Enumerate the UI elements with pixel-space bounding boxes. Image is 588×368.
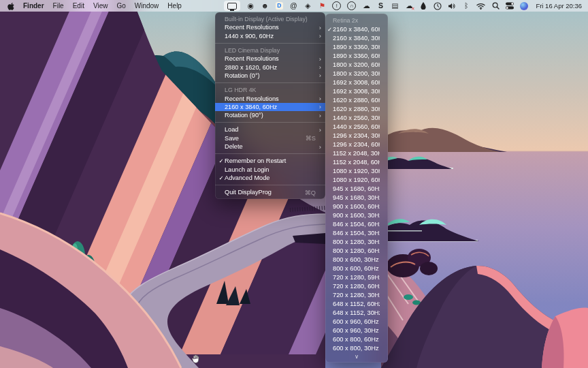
resolution-row[interactable]: 1296 x 2304, 30Hz xyxy=(325,131,388,140)
resolution-row[interactable]: 1080 x 1920, 60Hz xyxy=(325,175,388,184)
menu-row[interactable]: Delete › xyxy=(215,142,325,151)
cloud-offline-icon[interactable]: ☁✕ xyxy=(405,1,413,10)
menu-row[interactable]: Quit DisplayProg ⌘Q xyxy=(215,188,325,196)
apple-logo-icon xyxy=(7,2,14,10)
scroll-down-indicator[interactable]: ∨ xyxy=(325,352,388,361)
menu-bar-left: Finder FileEditViewGoWindowHelp xyxy=(0,2,191,10)
displayprog-menu: Built-in Display (Active Display) Recent… xyxy=(215,12,325,199)
menu-row[interactable]: ✓ Remember on Restart xyxy=(215,157,325,165)
s-letter-icon[interactable]: S xyxy=(376,1,385,10)
resolution-row[interactable]: 1800 x 3200, 30Hz xyxy=(325,69,388,78)
menu-row[interactable]: Recent Resolutions › xyxy=(215,23,325,31)
clock-icon[interactable] xyxy=(434,1,442,10)
resolution-row[interactable]: ✓ 2160 x 3840, 60Hz xyxy=(325,25,388,33)
resolution-row[interactable]: 846 x 1504, 60Hz xyxy=(325,219,388,228)
resolution-row[interactable]: 600 x 800, 60Hz xyxy=(325,335,388,343)
resolution-label: 720 x 1280, 60Hz xyxy=(333,283,380,290)
resolution-row[interactable]: 900 x 1600, 60Hz xyxy=(325,202,388,211)
resolution-row[interactable]: 1440 x 2560, 30Hz xyxy=(325,113,388,122)
menu-item-label: Recent Resolutions xyxy=(225,24,310,31)
shortcut-label: ⌘Q xyxy=(305,189,316,196)
menu-row[interactable]: Recent Resolutions › xyxy=(215,94,325,102)
submenu-arrow-icon: › xyxy=(316,126,321,134)
resolution-row[interactable]: 720 x 1280, 60Hz xyxy=(325,281,388,290)
volume-icon[interactable] xyxy=(448,1,456,10)
resolution-row[interactable]: 600 x 960, 30Hz xyxy=(325,326,388,335)
control-center-icon[interactable] xyxy=(506,1,514,10)
resolution-row[interactable]: 648 x 1152, 60Hz xyxy=(325,299,388,308)
resolution-row[interactable]: 1152 x 2048, 30Hz xyxy=(325,149,388,157)
resolution-label: 1890 x 3360, 30Hz xyxy=(333,44,380,50)
alert-circle-icon[interactable]: ! xyxy=(332,1,341,10)
siri-icon[interactable] xyxy=(520,1,528,10)
menubar-menu[interactable]: Edit xyxy=(73,2,84,10)
search-icon[interactable] xyxy=(491,1,500,10)
resolution-label: 720 x 1280, 30Hz xyxy=(333,292,380,298)
menu-row[interactable]: ✓ Advanced Mode xyxy=(215,174,325,182)
menubar-menu[interactable]: View xyxy=(93,2,108,10)
resolution-row[interactable]: 1440 x 2560, 60Hz xyxy=(325,122,388,131)
d-letter-app-icon[interactable]: D xyxy=(275,1,283,10)
resolution-row[interactable]: 2160 x 3840, 30Hz xyxy=(325,33,388,42)
resolution-row[interactable]: 720 x 1280, 30Hz xyxy=(325,290,388,299)
resolution-row[interactable]: 800 x 600, 60Hz xyxy=(325,264,388,273)
menubar-menu[interactable]: Go xyxy=(116,2,125,10)
resolution-row[interactable]: 900 x 1600, 30Hz xyxy=(325,211,388,219)
menu-row[interactable]: Launch at Login xyxy=(215,165,325,173)
resolution-row[interactable]: 846 x 1504, 30Hz xyxy=(325,228,388,237)
resolution-row[interactable]: 1890 x 3360, 30Hz xyxy=(325,42,388,51)
menubar-menu[interactable]: Help xyxy=(167,2,182,10)
menu-row[interactable]: 2160 x 3840, 60Hz › xyxy=(215,103,325,111)
submenu-arrow-icon: › xyxy=(316,24,321,31)
menu-row[interactable]: Load › xyxy=(215,125,325,134)
resolution-row[interactable]: 720 x 1280, 59Hz xyxy=(325,273,388,281)
resolution-label: 1296 x 2304, 60Hz xyxy=(333,141,380,148)
resolution-row[interactable]: 648 x 1152, 30Hz xyxy=(325,308,388,317)
resolution-row[interactable]: 1890 x 3360, 60Hz xyxy=(325,51,388,60)
resolution-row[interactable]: 1692 x 3008, 60Hz xyxy=(325,78,388,87)
bluetooth-icon[interactable]: ᛒ xyxy=(462,1,470,10)
menu-row[interactable]: 1440 x 900, 60Hz › xyxy=(215,32,325,40)
resolution-row[interactable]: 800 x 600, 30Hz xyxy=(325,255,388,264)
menu-row[interactable]: Rotation (90°) › xyxy=(215,111,325,119)
at-circle-icon[interactable]: @ xyxy=(289,1,297,10)
printer-icon[interactable]: ▤ xyxy=(391,1,399,10)
resolution-row[interactable]: 800 x 1280, 60Hz xyxy=(325,246,388,255)
resolution-row[interactable]: 800 x 1280, 30Hz xyxy=(325,237,388,246)
menu-row[interactable]: 2880 x 1620, 60Hz › xyxy=(215,63,325,71)
active-app-name[interactable]: Finder xyxy=(23,2,44,10)
resolution-label: 800 x 600, 60Hz xyxy=(333,265,380,272)
menu-row[interactable]: Save ⌘S xyxy=(215,134,325,142)
ink-drop-icon[interactable] xyxy=(419,1,427,10)
menu-row[interactable]: Rotation (0°) › xyxy=(215,72,325,80)
cloud-icon[interactable]: ☁ xyxy=(362,1,370,10)
resolution-label: 1152 x 2048, 30Hz xyxy=(333,150,380,157)
resolution-row[interactable]: 600 x 960, 60Hz xyxy=(325,317,388,326)
resolution-row[interactable]: 945 x 1680, 30Hz xyxy=(325,193,388,202)
resolution-row[interactable]: 1692 x 3008, 30Hz xyxy=(325,87,388,95)
cat-app-icon[interactable]: ☻ xyxy=(261,1,269,10)
menubar-menu[interactable]: File xyxy=(53,2,64,10)
resolution-row[interactable]: 600 x 800, 30Hz xyxy=(325,343,388,352)
resolution-row[interactable]: 1152 x 2048, 60Hz xyxy=(325,157,388,166)
resolution-row[interactable]: 1620 x 2880, 30Hz xyxy=(325,104,388,113)
menu-bar-clock[interactable]: Fri 16 Apr 20:36 xyxy=(536,2,582,10)
resolution-row[interactable]: 1800 x 3200, 60Hz xyxy=(325,60,388,69)
display-icon[interactable] xyxy=(224,1,240,11)
red-flag-icon[interactable]: ⚑ xyxy=(318,1,326,10)
resolution-row[interactable]: 1296 x 2304, 60Hz xyxy=(325,140,388,149)
apple-menu[interactable] xyxy=(7,2,14,10)
adobe-cc-icon[interactable]: ◉ xyxy=(246,1,255,10)
submenu-arrow-icon: › xyxy=(316,103,321,110)
wifi-icon[interactable] xyxy=(476,1,485,10)
menu-item-label: Remember on Restart xyxy=(225,157,310,164)
compass-diamond-icon[interactable]: ◈ xyxy=(304,1,312,10)
resolution-row[interactable]: 945 x 1680, 60Hz xyxy=(325,184,388,193)
resolution-row[interactable]: 1080 x 1920, 30Hz xyxy=(325,166,388,175)
menu-row[interactable]: Recent Resolutions › xyxy=(215,55,325,63)
resolution-row[interactable]: 1620 x 2880, 60Hz xyxy=(325,95,388,104)
menubar-menu[interactable]: Window xyxy=(135,2,159,10)
menu-item-label: Launch at Login xyxy=(225,166,310,173)
audio-circle-icon[interactable]: ∩ xyxy=(347,1,356,10)
desktop: Finder FileEditViewGoWindowHelp ◉ ☻ D @ … xyxy=(0,0,588,368)
